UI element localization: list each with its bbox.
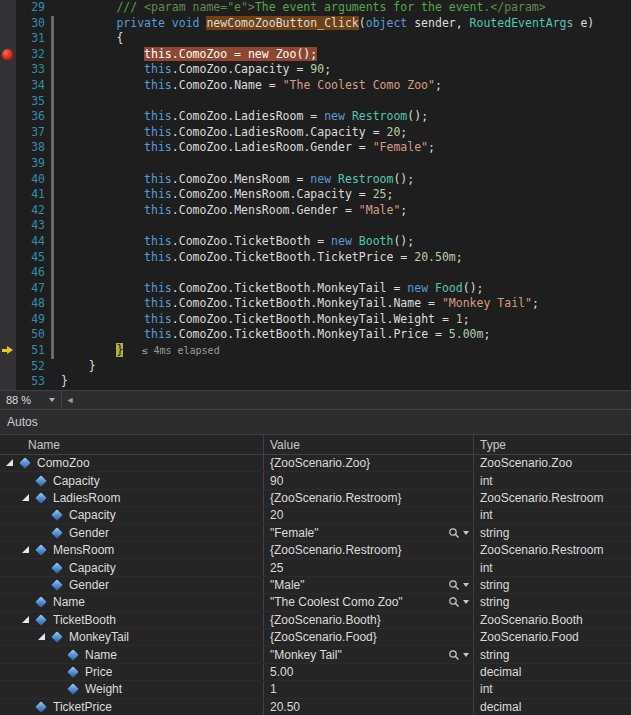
change-tracking-bar <box>50 234 56 250</box>
gutter-glyph-margin[interactable] <box>0 250 16 266</box>
value-visualizer[interactable] <box>448 525 469 541</box>
code-token <box>61 62 144 76</box>
gutter-glyph-margin[interactable] <box>0 156 16 172</box>
autos-row[interactable]: Capacity25int <box>0 559 631 576</box>
code-line: 40 this.ComoZoo.MensRoom = new Restroom(… <box>0 172 631 188</box>
breakpoint-icon[interactable] <box>2 49 13 60</box>
autos-row[interactable]: Gender"Female"string <box>0 525 631 542</box>
value-cell[interactable]: {ZooScenario.Booth} <box>264 612 474 628</box>
value-cell[interactable]: "Monkey Tail" <box>264 646 474 662</box>
code-token: Restroom <box>338 172 393 186</box>
gutter-glyph-margin[interactable] <box>0 78 16 94</box>
value-visualizer[interactable] <box>448 646 469 662</box>
gutter-glyph-margin[interactable] <box>0 327 16 343</box>
chevron-down-icon[interactable] <box>463 531 469 535</box>
expander-expanded-icon[interactable] <box>20 544 32 556</box>
magnifier-icon[interactable] <box>448 649 460 661</box>
gutter-glyph-margin[interactable] <box>0 125 16 141</box>
value-cell[interactable]: "The Coolest Como Zoo" <box>264 594 474 610</box>
code-text: private void newComoZooButton_Click(obje… <box>56 16 631 32</box>
gutter-glyph-margin[interactable] <box>0 343 16 359</box>
value-cell[interactable]: "Female" <box>264 525 474 541</box>
change-tracking-bar <box>50 125 56 141</box>
value-cell[interactable]: 25 <box>264 559 474 575</box>
gutter-glyph-margin[interactable] <box>0 359 16 375</box>
autos-row[interactable]: TicketPrice20.50decimal <box>0 699 631 715</box>
column-header-value[interactable]: Value <box>264 435 474 454</box>
value-cell[interactable]: {ZooScenario.Restroom} <box>264 542 474 558</box>
gutter-glyph-margin[interactable] <box>0 374 16 390</box>
scroll-left-icon[interactable]: ◄ <box>62 391 78 409</box>
chevron-down-icon[interactable] <box>463 583 469 587</box>
magnifier-icon[interactable] <box>448 527 460 539</box>
value-visualizer[interactable] <box>448 594 469 610</box>
magnifier-icon[interactable] <box>448 596 460 608</box>
autos-row[interactable]: Weight1int <box>0 681 631 698</box>
value-cell[interactable]: 90 <box>264 472 474 488</box>
gutter-glyph-margin[interactable] <box>0 0 16 16</box>
gutter-glyph-margin[interactable] <box>0 109 16 125</box>
code-token: ComoZoo <box>179 78 227 92</box>
horizontal-scrollbar[interactable]: ◄ <box>62 391 631 409</box>
autos-row[interactable]: MonkeyTail{ZooScenario.Food}ZooScenario.… <box>0 629 631 646</box>
gutter-glyph-margin[interactable] <box>0 265 16 281</box>
value-cell[interactable]: {ZooScenario.Food} <box>264 629 474 645</box>
value-cell[interactable]: {ZooScenario.Zoo} <box>264 455 474 471</box>
gutter-glyph-margin[interactable] <box>0 312 16 328</box>
code-editor[interactable]: 29 /// <param name="e">The event argumen… <box>0 0 631 390</box>
gutter-glyph-margin[interactable] <box>0 47 16 63</box>
chevron-down-icon[interactable] <box>463 600 469 604</box>
change-tracking-bar <box>50 343 56 359</box>
expander-expanded-icon[interactable] <box>20 492 32 504</box>
autos-row[interactable]: TicketBooth{ZooScenario.Booth}ZooScenari… <box>0 612 631 629</box>
code-token: . <box>172 327 179 341</box>
member-name: Capacity <box>69 561 116 575</box>
value-cell[interactable]: 20 <box>264 507 474 523</box>
gutter-glyph-margin[interactable] <box>0 94 16 110</box>
expander-expanded-icon[interactable] <box>36 631 48 643</box>
expander-expanded-icon[interactable] <box>4 457 16 469</box>
gutter-glyph-margin[interactable] <box>0 203 16 219</box>
autos-row[interactable]: MensRoom{ZooScenario.Restroom}ZooScenari… <box>0 542 631 559</box>
code-line: 44 this.ComoZoo.TicketBooth = new Booth(… <box>0 234 631 250</box>
column-header-name[interactable]: Name <box>0 435 264 454</box>
code-token <box>352 234 359 248</box>
gutter-glyph-margin[interactable] <box>0 140 16 156</box>
autos-row[interactable]: Capacity90int <box>0 472 631 489</box>
code-token: object <box>366 16 408 30</box>
code-line: 35 <box>0 94 631 110</box>
gutter-glyph-margin[interactable] <box>0 31 16 47</box>
code-line: 39 <box>0 156 631 172</box>
gutter-glyph-margin[interactable] <box>0 296 16 312</box>
change-tracking-bar <box>50 187 56 203</box>
gutter-glyph-margin[interactable] <box>0 62 16 78</box>
autos-panel-title-bar[interactable]: Autos <box>0 410 631 434</box>
gutter-glyph-margin[interactable] <box>0 172 16 188</box>
gutter-glyph-margin[interactable] <box>0 218 16 234</box>
expander-expanded-icon[interactable] <box>20 614 32 626</box>
value-cell[interactable]: 1 <box>264 681 474 697</box>
value-cell[interactable]: 20.50 <box>264 699 474 715</box>
gutter-glyph-margin[interactable] <box>0 16 16 32</box>
gutter-glyph-margin[interactable] <box>0 234 16 250</box>
gutter-glyph-margin[interactable] <box>0 281 16 297</box>
autos-row[interactable]: Name"Monkey Tail"string <box>0 646 631 663</box>
code-line: 36 this.ComoZoo.LadiesRoom = new Restroo… <box>0 109 631 125</box>
chevron-down-icon[interactable] <box>463 653 469 657</box>
value-cell[interactable]: "Male" <box>264 577 474 593</box>
value-cell[interactable]: {ZooScenario.Restroom} <box>264 490 474 506</box>
column-header-type[interactable]: Type <box>474 435 631 454</box>
autos-row[interactable]: Name"The Coolest Como Zoo"string <box>0 594 631 611</box>
autos-row[interactable]: ComoZoo{ZooScenario.Zoo}ZooScenario.Zoo <box>0 455 631 472</box>
gutter-glyph-margin[interactable] <box>0 187 16 203</box>
value-visualizer[interactable] <box>448 577 469 593</box>
zoom-dropdown[interactable]: 88 % <box>0 391 62 409</box>
code-token: . <box>172 125 179 139</box>
autos-row[interactable]: Capacity20int <box>0 507 631 524</box>
autos-row[interactable]: Gender"Male"string <box>0 577 631 594</box>
autos-row[interactable]: LadiesRoom{ZooScenario.Restroom}ZooScena… <box>0 490 631 507</box>
autos-row[interactable]: Price5.00decimal <box>0 664 631 681</box>
autos-grid-body: ComoZoo{ZooScenario.Zoo}ZooScenario.ZooC… <box>0 455 631 715</box>
magnifier-icon[interactable] <box>448 579 460 591</box>
value-cell[interactable]: 5.00 <box>264 664 474 680</box>
